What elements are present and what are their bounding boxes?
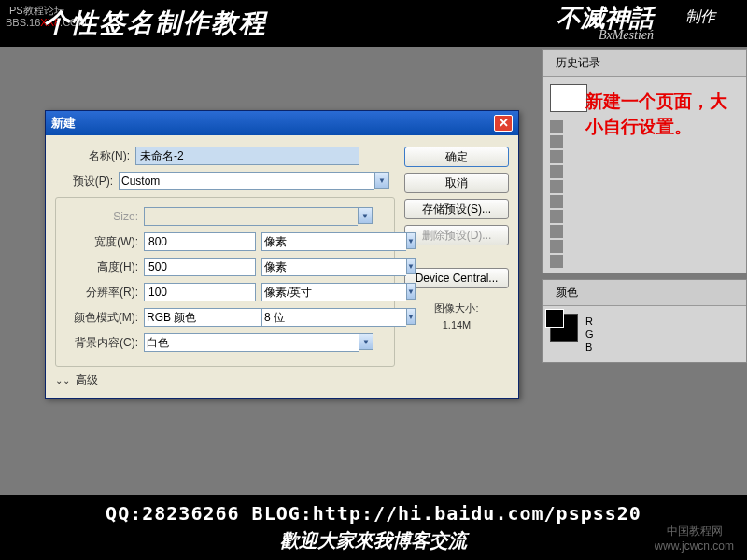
- chevron-down-icon[interactable]: ▼: [374, 172, 389, 189]
- preset-select[interactable]: [119, 172, 374, 190]
- color-depth-select[interactable]: [261, 308, 406, 327]
- history-item[interactable]: [546, 254, 742, 269]
- color-mode-label: 颜色模式(M):: [63, 310, 144, 326]
- image-size-label: 图像大小:: [404, 301, 509, 315]
- name-label: 名称(N):: [55, 148, 135, 164]
- history-item[interactable]: [546, 239, 742, 254]
- history-icon: [550, 165, 563, 178]
- color-tab[interactable]: 颜色: [550, 283, 584, 302]
- chevron-down-icon[interactable]: ▼: [406, 258, 416, 274]
- size-label: Size:: [63, 210, 144, 223]
- image-size-value: 1.14M: [404, 319, 509, 330]
- preset-label: 预设(P):: [55, 174, 119, 189]
- chevron-down-icon[interactable]: ▼: [406, 283, 416, 300]
- chevron-down-icon[interactable]: ▼: [406, 308, 416, 325]
- history-item[interactable]: [546, 194, 742, 209]
- workspace: 新建一个页面，大小自行设置。 新建 ✕ 名称(N): 预设(P): ▼: [0, 47, 747, 495]
- save-preset-button[interactable]: 存储预设(S)...: [404, 199, 509, 219]
- welcome-message: 歡迎大家來我博客交流: [0, 528, 747, 553]
- b-slider[interactable]: B: [585, 342, 594, 353]
- width-unit-select[interactable]: [261, 232, 406, 251]
- device-central-button[interactable]: Device Central...: [404, 268, 509, 288]
- color-panel: 颜色 R G B: [542, 279, 747, 363]
- dialog-titlebar[interactable]: 新建 ✕: [46, 111, 518, 135]
- watermark: 中国教程网 www.jcwcn.com: [655, 524, 734, 553]
- chevron-down-icon[interactable]: ▼: [359, 333, 374, 350]
- tutorial-title: 个性签名制作教程: [43, 6, 267, 41]
- size-select: [144, 207, 358, 226]
- chevron-down-icon: ⌄⌄: [55, 375, 70, 385]
- resolution-input[interactable]: [144, 283, 256, 301]
- background-label: 背景内容(C):: [63, 335, 144, 351]
- tutorial-header: PS教程论坛 BBS.16XX8.COM 个性签名制作教程 不滅神話 制作 Bx…: [0, 0, 747, 47]
- width-input[interactable]: [144, 232, 256, 251]
- r-slider[interactable]: R: [585, 315, 594, 327]
- height-unit-select[interactable]: [261, 258, 406, 276]
- brand-english: BxMestień: [599, 28, 654, 43]
- history-icon: [550, 225, 563, 238]
- history-icon: [550, 120, 563, 133]
- width-label: 宽度(W):: [63, 234, 144, 250]
- close-icon[interactable]: ✕: [494, 115, 513, 132]
- new-document-dialog: 新建 ✕ 名称(N): 预设(P): ▼ Size:: [45, 110, 519, 399]
- advanced-label: 高级: [76, 372, 98, 388]
- history-icon: [550, 195, 563, 208]
- history-tab[interactable]: 历史记录: [550, 53, 606, 73]
- tutorial-footer: QQ:28236266 BLOG:http://hi.baidu.com/psp…: [0, 495, 747, 560]
- history-icon: [550, 150, 563, 163]
- history-item[interactable]: [546, 149, 742, 164]
- resolution-unit-select[interactable]: [261, 283, 406, 301]
- history-item[interactable]: [546, 164, 742, 179]
- history-item[interactable]: [546, 179, 742, 194]
- g-slider[interactable]: G: [585, 329, 594, 340]
- history-icon: [550, 210, 563, 223]
- history-icon: [550, 180, 563, 193]
- dialog-title-text: 新建: [51, 115, 76, 132]
- chevron-down-icon[interactable]: ▼: [406, 232, 416, 249]
- document-name-input[interactable]: [135, 147, 359, 165]
- history-panel: 历史记录: [542, 49, 747, 273]
- background-select[interactable]: [144, 333, 359, 352]
- history-item[interactable]: [546, 209, 742, 224]
- history-icon: [550, 135, 563, 148]
- delete-preset-button: 删除预设(D)...: [404, 225, 509, 245]
- color-swatch[interactable]: [550, 314, 578, 342]
- height-label: 高度(H):: [63, 259, 144, 275]
- ok-button[interactable]: 确定: [404, 147, 509, 167]
- history-icon: [550, 240, 563, 253]
- contact-info: QQ:28236266 BLOG:http://hi.baidu.com/psp…: [0, 495, 747, 525]
- advanced-toggle[interactable]: ⌄⌄ 高级: [55, 372, 395, 388]
- chevron-down-icon: ▼: [358, 207, 373, 224]
- history-snapshot[interactable]: [550, 84, 587, 112]
- cancel-button[interactable]: 取消: [404, 173, 509, 193]
- instruction-annotation: 新建一个页面，大小自行设置。: [585, 90, 740, 139]
- height-input[interactable]: [144, 258, 256, 276]
- foreground-swatch[interactable]: [545, 309, 564, 328]
- history-icon: [550, 255, 563, 268]
- brand-sub: 制作: [685, 7, 715, 27]
- history-item[interactable]: [546, 224, 742, 239]
- resolution-label: 分辨率(R):: [63, 285, 144, 301]
